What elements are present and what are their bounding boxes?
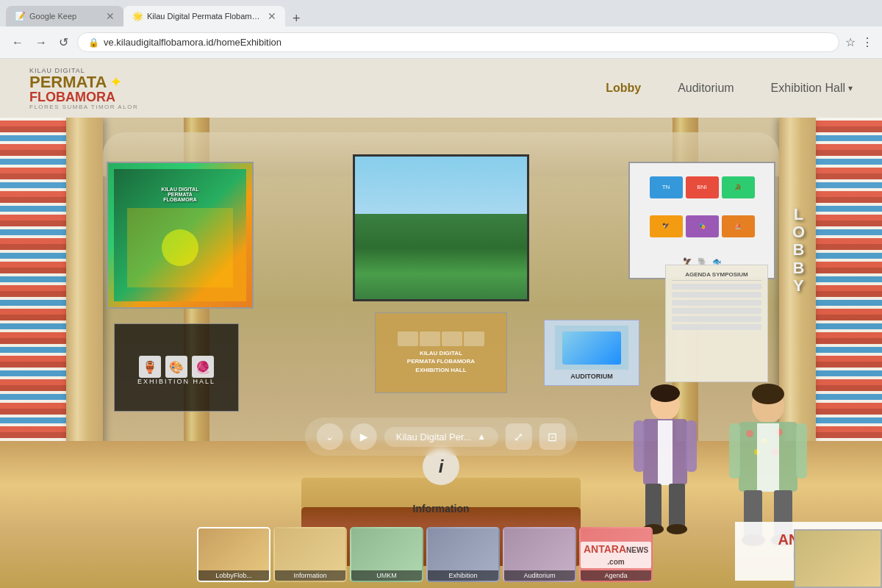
refresh-button[interactable]: ↺: [56, 32, 71, 52]
lobby-y: Y: [793, 277, 804, 295]
info-icon: i: [439, 456, 444, 477]
screen-center: [353, 154, 529, 301]
antara-logo-thumb: ANTARANEWS.com: [581, 542, 651, 568]
tab-google-keep[interactable]: 📝 Google Keep ✕: [6, 6, 123, 26]
scene-arrow-icon: ▲: [477, 431, 486, 442]
auditorium-visual: [555, 326, 628, 370]
nav-auditorium[interactable]: Auditorium: [678, 82, 734, 95]
scene-name-text: Kilau Digital Per...: [396, 431, 472, 442]
character-left: [632, 382, 698, 529]
csi-1: [398, 331, 418, 346]
play-button[interactable]: ▶: [351, 423, 377, 450]
svg-rect-3: [658, 420, 673, 485]
agenda-item-3: [672, 300, 761, 306]
tab-close-kilau[interactable]: ✕: [268, 10, 276, 22]
address-input[interactable]: 🔒 ve.kilaudigitalflobamora.id/homeExhibi…: [77, 32, 839, 52]
center-sign-title: KILAU DIGITALPERMATA FLOBAMORAEXHIBITION…: [407, 349, 475, 374]
svg-point-13: [746, 430, 753, 437]
lobby-scene: KILAU DIGITALPERMATAFLOBAMORA TN B: [0, 118, 882, 588]
bottom-controls: ⌄ ▶ Kilau Digital Per... ▲ ⤢ ⊡: [305, 417, 578, 456]
exh-icon-1: 🏺: [139, 356, 161, 378]
menu-button[interactable]: ⋮: [861, 35, 873, 49]
screen-left: KILAU DIGITALPERMATAFLOBAMORA: [107, 162, 254, 309]
svg-rect-21: [729, 423, 740, 478]
tab-favicon-kilau: 🌟: [132, 11, 143, 21]
tab-bar: 📝 Google Keep ✕ 🌟 Kilau Digital Permata …: [0, 0, 882, 26]
svg-point-11: [752, 384, 784, 404]
svg-rect-6: [634, 420, 645, 472]
thumb-lobby[interactable]: LobbyFlob...: [197, 527, 270, 582]
thumb-lobby-label: LobbyFlob...: [198, 570, 269, 581]
bookmark-button[interactable]: ☆: [845, 35, 856, 49]
info-desk-text: Information: [413, 503, 470, 514]
thumb-exhibition[interactable]: Exhibition: [426, 527, 500, 582]
tab-kilau[interactable]: 🌟 Kilau Digital Permata Flobamor... ✕: [123, 6, 285, 26]
agenda-item-4: [672, 308, 761, 314]
thumb-agenda[interactable]: ANTARANEWS.com Agenda: [579, 527, 653, 582]
nav-exhibition-label: Exhibition Hall: [771, 82, 845, 95]
tab-close-keep[interactable]: ✕: [106, 10, 115, 22]
logo-tagline: FLORES SUMBA TIMOR ALOR: [29, 104, 138, 110]
brand-row-2: 🦅 🐘 🐟: [636, 257, 768, 265]
garuda-icon: 🦅: [683, 257, 692, 265]
thumb-information[interactable]: Information: [273, 527, 347, 582]
brand-logo-4: 🦅: [650, 215, 683, 237]
svg-rect-18: [757, 423, 779, 492]
new-tab-button[interactable]: +: [288, 11, 305, 26]
lobby-background: KILAU DIGITALPERMATAFLOBAMORA TN B: [0, 118, 882, 588]
exhibition-hall-left-sign[interactable]: 🏺 🎨 🧶 EXHIBITION HALL: [114, 323, 239, 412]
brand-logo-6: ⛵: [722, 215, 755, 237]
site-nav: Lobby Auditorium Exhibition Hall ▾: [606, 82, 853, 95]
brand-logo-1: TN: [650, 176, 683, 198]
back-button[interactable]: ←: [9, 33, 26, 52]
scroll-down-button[interactable]: ⌄: [317, 423, 343, 450]
agenda-board[interactable]: AGENDA SYMPOSIUM: [665, 265, 768, 382]
logo-area: KILAU DIGITAL PERMATA ✦ FLOBAMORA FLORES…: [29, 67, 138, 110]
lobby-b1: B: [792, 241, 804, 259]
screen-left-text: KILAU DIGITALPERMATAFLOBAMORA: [159, 184, 202, 205]
agenda-items: [672, 284, 761, 330]
lobby-l: L: [794, 206, 803, 223]
character-right: [728, 382, 801, 544]
screen-center-image: [355, 157, 527, 299]
forward-button[interactable]: →: [32, 33, 50, 52]
csi-2: [420, 331, 440, 346]
agenda-item-5: [672, 316, 761, 322]
thumbnail-strip: LobbyFlob... Information UMKM Exhibition…: [191, 521, 691, 588]
thumb-umkm-label: UMKM: [351, 570, 422, 581]
screen-left-circle: [162, 229, 198, 266]
logo-permata: PERMATA: [29, 74, 107, 90]
svg-rect-7: [686, 420, 697, 472]
svg-point-1: [650, 384, 680, 402]
brand-icon-3: 🐟: [712, 257, 721, 265]
exh-icon-2: 🎨: [165, 356, 187, 378]
agenda-item-6: [672, 324, 761, 330]
brand-icon-2: 🐘: [698, 257, 706, 265]
screen-left-content: KILAU DIGITALPERMATAFLOBAMORA: [114, 169, 246, 301]
brand-logo-3: 🐊: [722, 176, 755, 198]
nav-lobby[interactable]: Lobby: [606, 82, 641, 95]
chevron-down-icon: ▾: [848, 83, 853, 93]
agenda-item-2: [672, 292, 761, 298]
site-header: KILAU DIGITAL PERMATA ✦ FLOBAMORA FLORES…: [0, 59, 882, 118]
agenda-item-1: [672, 284, 761, 290]
center-sign-icons: [398, 331, 484, 346]
main-content: KILAU DIGITAL PERMATA ✦ FLOBAMORA FLORES…: [0, 59, 882, 588]
address-bar: ← → ↺ 🔒 ve.kilaudigitalflobamora.id/home…: [0, 26, 882, 59]
expand-button[interactable]: ⤢: [505, 423, 531, 450]
csi-3: [442, 331, 462, 346]
thumb-umkm[interactable]: UMKM: [350, 527, 423, 582]
lock-icon: 🔒: [88, 37, 99, 48]
logo-main: PERMATA ✦: [29, 74, 138, 90]
exhibition-hall-label: EXHIBITION HALL: [137, 378, 215, 385]
character-left-svg: [632, 382, 698, 544]
thumb-auditorium[interactable]: Auditorium: [503, 527, 576, 582]
nav-exhibition-hall[interactable]: Exhibition Hall ▾: [771, 82, 853, 95]
auditorium-sign[interactable]: AUDITORIUM: [544, 320, 639, 386]
lobby-o: O: [792, 223, 805, 241]
vr-button[interactable]: ⊡: [539, 423, 565, 450]
center-exhibition-sign[interactable]: KILAU DIGITALPERMATA FLOBAMORAEXHIBITION…: [375, 312, 507, 393]
svg-rect-22: [796, 423, 807, 478]
browser-chrome: 📝 Google Keep ✕ 🌟 Kilau Digital Permata …: [0, 0, 882, 59]
thumb-agenda-label: Agenda: [581, 570, 651, 581]
